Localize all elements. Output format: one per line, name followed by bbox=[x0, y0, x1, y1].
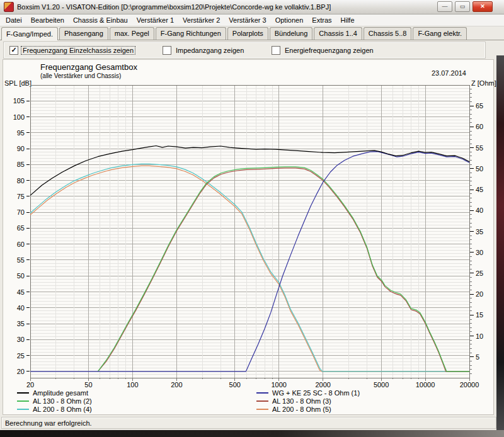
legend-label: AL 130 - 8 Ohm (2) bbox=[33, 397, 92, 405]
minimize-icon: — bbox=[442, 4, 448, 9]
checkbox-einzelchassis-label[interactable]: Frequenzgang Einzelchassis zeigen bbox=[21, 47, 135, 54]
tab-chassis-5-8[interactable]: Chassis 5..8 bbox=[364, 27, 412, 40]
legend-swatch bbox=[17, 392, 29, 394]
chart-subtitle: (alle Verstärker und Chassis) bbox=[40, 72, 121, 79]
tab-bar: F-Gang/Imped. Phasengang max. Pegel F-Ga… bbox=[0, 26, 504, 40]
menu-bearbeiten[interactable]: Bearbeiten bbox=[26, 15, 69, 25]
legend-swatch bbox=[256, 409, 268, 410]
application-window: Boxsim V1.20 - VISATON-Edition [D:\progr… bbox=[0, 0, 504, 437]
desktop-edge-right bbox=[496, 55, 504, 430]
tab-fgang-richtungen[interactable]: F-Gang Richtungen bbox=[156, 27, 226, 40]
menu-chassis-einbau[interactable]: Chassis & Einbau bbox=[69, 15, 132, 25]
desktop-edge-bottom bbox=[0, 430, 504, 437]
legend-label: AL 200 - 8 Ohm (4) bbox=[33, 406, 92, 413]
legend-item: AL 200 - 8 Ohm (4) bbox=[17, 406, 92, 413]
legend-label: Amplitude gesamt bbox=[33, 389, 88, 397]
legend-item: AL 130 - 8 Ohm (3) bbox=[256, 397, 331, 405]
title-bar[interactable]: Boxsim V1.20 - VISATON-Edition [D:\progr… bbox=[0, 0, 504, 14]
legend-swatch bbox=[17, 400, 29, 402]
status-bar: Berechnung war erfolgreich. bbox=[1, 417, 496, 429]
menu-extras[interactable]: Extras bbox=[307, 15, 336, 25]
chart-title: Frequenzgang Gesamtbox bbox=[40, 62, 137, 72]
tab-fgang-elektr[interactable]: F-Gang elektr. bbox=[413, 27, 467, 40]
left-axis-label: SPL [dB] bbox=[4, 79, 32, 87]
close-button[interactable]: ✕ bbox=[472, 1, 493, 12]
menu-verstaerker-1[interactable]: Verstärker 1 bbox=[132, 15, 178, 25]
display-options-panel: ✓ Frequenzgang Einzelchassis zeigen Impe… bbox=[3, 42, 486, 59]
close-icon: ✕ bbox=[480, 4, 485, 9]
legend-swatch bbox=[256, 392, 268, 394]
tab-polarplots[interactable]: Polarplots bbox=[227, 27, 268, 40]
legend-label: WG + KE 25 SC - 8 Ohm (1) bbox=[272, 389, 360, 397]
menu-hilfe[interactable]: Hilfe bbox=[336, 15, 359, 25]
chart-date: 23.07.2014 bbox=[391, 69, 466, 77]
minimize-button[interactable]: — bbox=[437, 1, 452, 12]
menu-bar: Datei Bearbeiten Chassis & Einbau Verstä… bbox=[0, 14, 504, 26]
checkbox-impedanzgang[interactable] bbox=[163, 46, 171, 55]
maximize-button[interactable]: ▭ bbox=[455, 1, 470, 12]
menu-verstaerker-3[interactable]: Verstärker 3 bbox=[224, 15, 270, 25]
legend-swatch bbox=[256, 400, 268, 402]
legend-item: WG + KE 25 SC - 8 Ohm (1) bbox=[256, 389, 360, 397]
tab-fgang-imped[interactable]: F-Gang/Imped. bbox=[1, 27, 58, 40]
checkbox-energiefrequenzgang[interactable] bbox=[272, 46, 280, 55]
tab-max-pegel[interactable]: max. Pegel bbox=[110, 27, 154, 40]
window-title: Boxsim V1.20 - VISATON-Edition [D:\progr… bbox=[17, 3, 331, 11]
tab-chassis-1-4[interactable]: Chassis 1..4 bbox=[314, 27, 362, 40]
menu-verstaerker-2[interactable]: Verstärker 2 bbox=[178, 15, 224, 25]
tab-buendelung[interactable]: Bündelung bbox=[270, 27, 313, 40]
legend-label: AL 130 - 8 Ohm (3) bbox=[272, 397, 331, 405]
status-text: Berechnung war erfolgreich. bbox=[5, 419, 92, 427]
legend-label: AL 200 - 8 Ohm (5) bbox=[272, 406, 331, 413]
menu-datei[interactable]: Datei bbox=[1, 15, 26, 25]
maximize-icon: ▭ bbox=[460, 4, 466, 9]
tab-phasengang[interactable]: Phasengang bbox=[59, 27, 108, 40]
legend-swatch bbox=[17, 409, 29, 410]
app-icon bbox=[4, 2, 14, 12]
menu-optionen[interactable]: Optionen bbox=[271, 15, 308, 25]
checkbox-einzelchassis[interactable]: ✓ bbox=[9, 46, 18, 55]
legend-item: AL 200 - 8 Ohm (5) bbox=[256, 406, 331, 413]
legend-item: AL 130 - 8 Ohm (2) bbox=[17, 397, 92, 405]
checkbox-impedanzgang-label[interactable]: Impedanzgang zeigen bbox=[175, 47, 245, 54]
chart-panel bbox=[3, 59, 494, 415]
checkbox-energiefrequenzgang-label[interactable]: Energiefrequenzgang zeigen bbox=[284, 47, 375, 54]
right-axis-label: Z [Ohm] bbox=[471, 79, 496, 87]
legend-item: Amplitude gesamt bbox=[17, 389, 88, 397]
